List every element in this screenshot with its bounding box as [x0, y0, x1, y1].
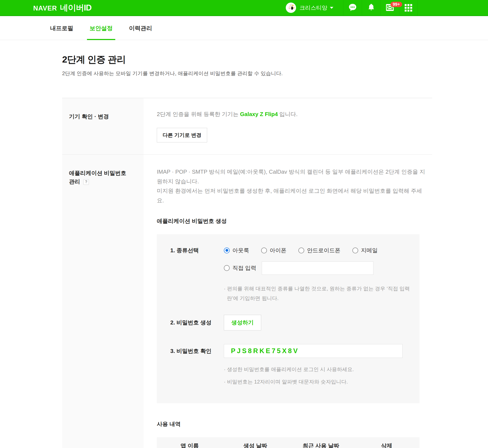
radio-iphone-label: 아이폰: [270, 247, 286, 254]
col-last-used-date: 최근 사용 날짜: [288, 442, 354, 448]
create-password-heading: 애플리케이션 비밀번호 생성: [157, 217, 432, 225]
step3-label: 3. 비밀번호 확인: [170, 347, 224, 355]
confirm-row: 3. 비밀번호 확인 PJS8RKE75X8V: [170, 344, 411, 358]
radio-android[interactable]: 안드로이드폰: [298, 247, 340, 254]
generated-password-value: PJS8RKE75X8V: [231, 347, 299, 355]
radio-gmail-control[interactable]: [352, 248, 358, 253]
naver-id-logo-text: 네이버ID: [60, 2, 91, 13]
device-section: 기기 확인 · 변경 2단계 인증을 위해 등록한 기기는 Galaxy Z F…: [62, 98, 432, 154]
tab-security-settings[interactable]: 보안설정: [88, 24, 114, 40]
type-select-row: 1. 종류선택 아웃룩 아이폰 안드로이드폰: [170, 247, 411, 254]
radio-iphone[interactable]: 아이폰: [261, 247, 286, 254]
radio-android-control[interactable]: [298, 248, 304, 253]
app-password-label-line1: 애플리케이션 비밀번호: [69, 169, 139, 177]
profile-menu[interactable]: 크리스티앙: [286, 0, 343, 16]
bell-icon: [367, 3, 375, 12]
apps-grid-icon: [405, 4, 412, 12]
tab-history[interactable]: 이력관리: [128, 24, 153, 40]
radio-custom-label: 직접 입력: [232, 264, 256, 272]
generate-password-button[interactable]: 생성하기: [224, 315, 261, 330]
app-password-description: IMAP · POP · SMTP 방식의 메일(예:아웃룩), CalDav …: [157, 167, 429, 205]
radio-gmail[interactable]: 지메일: [352, 247, 378, 254]
generate-row: 2. 비밀번호 생성 생성하기: [170, 315, 411, 330]
naver-logo-text: NAVER: [33, 5, 57, 12]
col-app-name: 앱 이름: [157, 442, 223, 448]
device-text-after: 입니다.: [278, 111, 298, 117]
step1-label: 1. 종류선택: [170, 247, 224, 254]
tab-my-profile[interactable]: 내프로필: [49, 24, 74, 40]
user-name: 크리스티앙: [300, 4, 327, 12]
radio-custom[interactable]: 직접 입력: [224, 264, 256, 272]
table-header-row: 앱 이름 생성 날짜 최근 사용 날짜 삭제: [157, 437, 419, 448]
radio-outlook-control[interactable]: [224, 248, 230, 253]
top-header: NAVER 네이버ID 크리스티앙: [0, 0, 488, 16]
help-icon[interactable]: ?: [83, 179, 89, 185]
radio-iphone-control[interactable]: [261, 248, 267, 253]
usage-history-heading: 사용 내역: [157, 420, 432, 428]
col-delete: 삭제: [354, 442, 420, 448]
step2-label: 2. 비밀번호 생성: [170, 319, 224, 326]
custom-type-row: 직접 입력: [170, 262, 411, 275]
page-title: 2단계 인증 관리: [62, 40, 432, 66]
type-note-line2: 란’에 기입하면 됩니다.: [224, 293, 411, 303]
avatar: [286, 3, 296, 13]
radio-outlook[interactable]: 아웃룩: [224, 247, 249, 254]
app-password-label-line2: 관리: [69, 178, 80, 185]
page-subtitle: 2단계 인증에 사용하는 모바일 기기를 변경하거나, 애플리케이션 비밀번호를…: [62, 70, 432, 77]
radio-android-label: 안드로이드폰: [307, 247, 340, 254]
naver-logo[interactable]: NAVER 네이버ID: [33, 2, 91, 13]
registered-device-text: 2단계 인증을 위해 등록한 기기는 Galaxy Z Flip4 입니다.: [157, 111, 432, 118]
type-note-line1: · 편의를 위해 대표적인 종류를 나열한 것으로, 원하는 종류가 없는 경우…: [224, 284, 411, 294]
custom-type-input[interactable]: [262, 262, 373, 275]
create-password-box: 1. 종류선택 아웃룩 아이폰 안드로이드폰: [157, 234, 419, 403]
type-select-note: · 편의를 위해 대표적인 종류를 나열한 것으로, 원하는 종류가 없는 경우…: [224, 284, 411, 303]
generated-password-field[interactable]: PJS8RKE75X8V: [224, 344, 403, 358]
chat-bubble-icon: [348, 3, 357, 13]
app-password-section-label: 애플리케이션 비밀번호 관리 ?: [62, 155, 144, 448]
device-text-before: 2단계 인증을 위해 등록한 기기는: [157, 111, 240, 117]
change-device-button[interactable]: 다른 기기로 변경: [157, 128, 207, 142]
device-section-label: 기기 확인 · 변경: [62, 98, 144, 154]
description-line2: 미지원 환경에서는 먼저 비밀번호를 생성한 후, 애플리케이션 로그인 화면에…: [157, 188, 422, 204]
radio-outlook-label: 아웃룩: [232, 247, 249, 254]
mail-button[interactable]: 99+: [381, 0, 399, 16]
talk-button[interactable]: [343, 0, 362, 16]
app-password-section: 애플리케이션 비밀번호 관리 ? IMAP · POP · SMTP 방식의 메…: [62, 154, 432, 448]
password-note2: · 비밀번호는 12자리이며 알파벳 대문자와 숫자입니다.: [224, 378, 411, 385]
usage-history-table: 앱 이름 생성 날짜 최근 사용 날짜 삭제 mail 2024-06-10 2…: [157, 437, 419, 448]
device-name: Galaxy Z Flip4: [240, 111, 278, 117]
radio-gmail-label: 지메일: [361, 247, 378, 254]
col-created-date: 생성 날짜: [223, 442, 288, 448]
radio-custom-control[interactable]: [224, 265, 230, 271]
apps-grid-button[interactable]: [399, 0, 418, 16]
password-notes: · 생성한 비밀번호를 애플리케이션 로그인 시 사용하세요. · 비밀번호는 …: [224, 366, 411, 385]
chevron-down-icon: [330, 7, 333, 9]
password-note1: · 생성한 비밀번호를 애플리케이션 로그인 시 사용하세요.: [224, 366, 411, 373]
description-line1: IMAP · POP · SMTP 방식의 메일(예:아웃룩), CalDav …: [157, 168, 425, 184]
tab-navigation: 내프로필 보안설정 이력관리: [0, 16, 488, 40]
notifications-button[interactable]: [362, 0, 381, 16]
